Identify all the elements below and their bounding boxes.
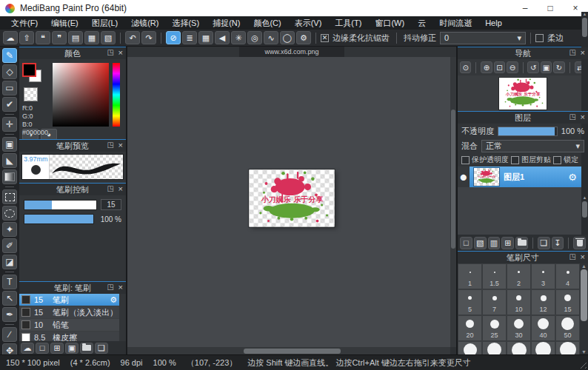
- close-icon[interactable]: ×: [118, 48, 123, 57]
- scrollbar-thumb[interactable]: [244, 349, 341, 354]
- menu-edit[interactable]: 编辑(E): [44, 18, 85, 29]
- brush-size-value[interactable]: 15: [101, 199, 121, 210]
- fit-screen-icon[interactable]: ⊡: [494, 61, 505, 73]
- operation-tool[interactable]: ↖: [2, 291, 17, 306]
- layer-opacity-slider[interactable]: [498, 127, 558, 136]
- grid-icon[interactable]: ▦: [198, 31, 213, 44]
- gear-icon[interactable]: ⚙: [110, 295, 117, 305]
- brush-item-brush[interactable]: 15 笔刷 ⚙: [19, 294, 119, 306]
- layer-row-1[interactable]: ⬤ 图层1 ⚙: [458, 166, 581, 187]
- menu-help[interactable]: Help: [478, 18, 509, 27]
- new-brush-menu-icon[interactable]: ⊞: [50, 343, 64, 354]
- ellipse-icon[interactable]: ◯: [280, 31, 295, 44]
- scrollbar-thumb[interactable]: [581, 269, 587, 321]
- layer-visibility-icon[interactable]: ⬤: [458, 166, 470, 187]
- menu-select[interactable]: 选择(S): [165, 18, 206, 29]
- new-layer-icon[interactable]: □: [460, 237, 472, 249]
- popout-icon[interactable]: ◳: [569, 252, 576, 260]
- navigator-thumbnail[interactable]: [499, 78, 547, 110]
- close-icon[interactable]: ×: [118, 184, 123, 193]
- close-icon[interactable]: ×: [118, 283, 123, 292]
- magic-wand-tool[interactable]: ✦: [2, 222, 17, 237]
- gear-icon[interactable]: ⚙: [568, 172, 577, 183]
- canvas-image[interactable]: [250, 169, 335, 226]
- hue-slider[interactable]: [113, 63, 120, 127]
- add-layer-icon[interactable]: ⊞: [501, 237, 514, 249]
- brush-item-fade[interactable]: 15 笔刷（淡入淡出）: [19, 306, 119, 319]
- brush-size-cell[interactable]: 70: [482, 341, 507, 354]
- popout-icon[interactable]: ◳: [107, 141, 114, 149]
- snap-tool[interactable]: ✔: [2, 97, 17, 112]
- brush-item-pencil[interactable]: 10 铅笔: [19, 319, 119, 332]
- menu-layer[interactable]: 图层(L): [85, 18, 124, 29]
- brush-size-cell[interactable]: 20: [458, 315, 482, 341]
- form-icon[interactable]: ▦: [84, 31, 99, 44]
- undo-icon[interactable]: ↶: [125, 31, 140, 44]
- popout-icon[interactable]: ◳: [107, 48, 114, 56]
- bucket-tool[interactable]: ◣: [2, 153, 17, 168]
- document-icon[interactable]: ▤: [68, 31, 83, 44]
- protect-alpha-checkbox[interactable]: [461, 156, 470, 164]
- brush-size-cell[interactable]: 80: [507, 341, 531, 354]
- duplicate-layer-icon[interactable]: ❏: [538, 237, 550, 249]
- menu-snap[interactable]: 捕捉(N): [206, 18, 247, 29]
- foreground-color-swatch[interactable]: [22, 63, 36, 77]
- rotate-cw-icon[interactable]: ↻: [553, 61, 564, 73]
- brush-size-cell[interactable]: 1.5: [482, 263, 507, 289]
- brush-size-cell[interactable]: 10: [507, 289, 531, 315]
- brush-size-cell[interactable]: 40: [531, 315, 555, 341]
- brush-size-cell[interactable]: 2: [507, 263, 531, 289]
- folder-icon[interactable]: [80, 343, 93, 354]
- soft-edge-checkbox[interactable]: [535, 34, 544, 42]
- gradient-tool[interactable]: [2, 169, 17, 184]
- brush-size-cell[interactable]: 4: [555, 263, 580, 289]
- move-tool[interactable]: ✛: [2, 117, 17, 132]
- menu-tools[interactable]: 工具(T): [328, 18, 368, 29]
- new-1bit-layer-icon[interactable]: ▥: [488, 237, 501, 249]
- menu-window[interactable]: 窗口(W): [368, 18, 411, 29]
- brush-size-cell[interactable]: 3: [531, 263, 555, 289]
- zoom-out-icon[interactable]: ⊖: [507, 61, 518, 73]
- curve-icon[interactable]: ∿: [264, 31, 278, 44]
- comment-icon[interactable]: ❝: [36, 31, 50, 44]
- zoom-reset-icon[interactable]: ⊙: [460, 61, 471, 73]
- brush-size-cell[interactable]: 60: [458, 341, 482, 354]
- antialias-checkbox[interactable]: ✕: [321, 34, 329, 42]
- symmetry-icon[interactable]: ✳: [231, 31, 246, 44]
- scrollbar-thumb[interactable]: [451, 110, 455, 249]
- close-icon[interactable]: ×: [581, 252, 585, 261]
- brush-size-cell[interactable]: 25: [482, 315, 507, 341]
- export-icon[interactable]: ⇧: [19, 31, 34, 44]
- canvas-vertical-scrollbar[interactable]: [450, 57, 456, 347]
- brush-size-cell[interactable]: 1: [458, 263, 482, 289]
- select-eraser-tool[interactable]: ◪: [2, 255, 17, 269]
- brush-size-scrollbar[interactable]: ▲▼: [580, 263, 588, 354]
- scrollbar-thumb[interactable]: [582, 18, 587, 37]
- stabilizer-select[interactable]: 0 ▾: [440, 32, 526, 44]
- eyedropper-tool[interactable]: ∕: [2, 327, 17, 342]
- redo-icon[interactable]: ↷: [141, 31, 156, 44]
- pen-tool[interactable]: ✒: [2, 307, 17, 322]
- close-icon[interactable]: ×: [581, 112, 585, 121]
- brush-opacity-slider[interactable]: [24, 214, 94, 224]
- hatching-icon[interactable]: ≣: [182, 31, 197, 44]
- text-tool[interactable]: T: [2, 275, 17, 289]
- select-lasso-tool[interactable]: [2, 206, 17, 221]
- canvas-area[interactable]: www.x6d.com.png: [127, 47, 456, 354]
- layer-list-scrollbar[interactable]: ▲: [581, 195, 588, 221]
- comment-lines-icon[interactable]: ❞: [52, 31, 67, 44]
- maximize-button[interactable]: □: [538, 0, 563, 16]
- brush-size-cell[interactable]: 50: [555, 315, 580, 341]
- popout-icon[interactable]: ◳: [569, 112, 576, 121]
- settings-icon[interactable]: ⚙: [296, 31, 311, 44]
- brush-size-cell[interactable]: 12: [531, 289, 555, 315]
- canvas-tab[interactable]: www.x6d.com.png: [239, 47, 344, 57]
- trash-icon[interactable]: [573, 237, 586, 249]
- grid-edit-icon[interactable]: ▧: [101, 31, 116, 44]
- close-icon[interactable]: ×: [581, 48, 585, 57]
- popout-icon[interactable]: ◳: [107, 184, 114, 192]
- brush-size-cell[interactable]: 90: [531, 341, 555, 354]
- brush-size-cell[interactable]: 30: [507, 315, 531, 341]
- eraser-tool[interactable]: ◇: [2, 64, 17, 79]
- blend-mode-select[interactable]: 正常 ▾: [481, 140, 584, 152]
